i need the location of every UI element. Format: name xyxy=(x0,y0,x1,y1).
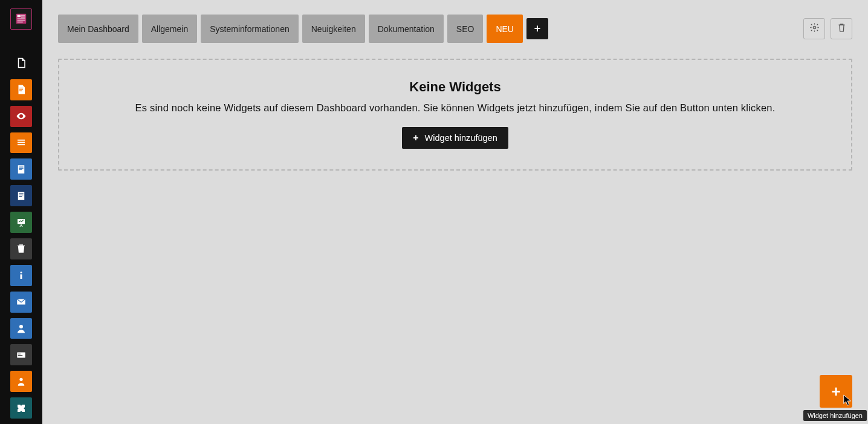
left-sidebar xyxy=(0,0,42,424)
svg-rect-1 xyxy=(18,15,21,18)
svg-rect-23 xyxy=(19,245,23,246)
plus-icon: + xyxy=(413,133,418,143)
svg-rect-5 xyxy=(18,20,25,21)
sidebar-item-document[interactable] xyxy=(10,79,32,100)
empty-dashboard-box: Keine Widgets Es sind noch keine Widgets… xyxy=(58,59,852,171)
card-icon xyxy=(16,350,27,360)
svg-point-33 xyxy=(813,26,815,28)
svg-rect-3 xyxy=(21,17,25,18)
tab-neuigkeiten[interactable]: Neuigkeiten xyxy=(302,15,365,43)
svg-rect-31 xyxy=(18,355,23,356)
page-icon xyxy=(16,164,27,175)
tab-mein-dashboard[interactable]: Mein Dashboard xyxy=(58,15,138,43)
app-logo[interactable] xyxy=(10,8,32,30)
file-outline-icon xyxy=(16,57,27,68)
add-widget-button[interactable]: + Widget hinzufügen xyxy=(402,127,508,149)
gear-icon xyxy=(809,22,820,35)
tab-dokumentation[interactable]: Dokumentation xyxy=(369,15,444,43)
sidebar-item-file-outline[interactable] xyxy=(10,53,32,74)
svg-point-10 xyxy=(21,116,22,117)
tab-systeminformationen[interactable]: Systeminformationen xyxy=(201,15,299,43)
settings-button[interactable] xyxy=(803,18,825,39)
svg-point-25 xyxy=(21,272,22,273)
dashboard-tabbar: Mein Dashboard Allgemein Systeminformati… xyxy=(42,0,868,43)
sidebar-item-puzzle[interactable] xyxy=(10,397,32,419)
svg-rect-15 xyxy=(19,166,24,167)
sidebar-item-trash[interactable] xyxy=(10,238,32,259)
document-icon xyxy=(16,84,27,95)
plus-icon: + xyxy=(534,22,541,35)
add-widget-label: Widget hinzufügen xyxy=(425,133,497,143)
user-icon xyxy=(16,323,27,334)
svg-rect-7 xyxy=(19,88,23,88)
sidebar-item-list[interactable] xyxy=(10,132,32,154)
fab-add-widget[interactable]: + xyxy=(820,375,852,408)
empty-title: Keine Widgets xyxy=(71,79,839,95)
tab-seo[interactable]: SEO xyxy=(447,15,484,43)
svg-rect-17 xyxy=(19,169,22,170)
plus-icon: + xyxy=(831,382,840,401)
presentation-icon xyxy=(16,217,27,228)
list-icon xyxy=(16,137,27,148)
svg-rect-9 xyxy=(19,91,22,91)
svg-rect-4 xyxy=(18,19,25,20)
sidebar-item-user[interactable] xyxy=(10,318,32,339)
top-right-actions xyxy=(803,18,852,39)
sidebar-item-page-darkblue[interactable] xyxy=(10,185,32,206)
svg-rect-24 xyxy=(18,246,25,246)
tab-allgemein[interactable]: Allgemein xyxy=(142,15,197,43)
sidebar-item-eye[interactable] xyxy=(10,106,32,127)
svg-rect-11 xyxy=(18,140,25,141)
svg-rect-13 xyxy=(18,144,25,145)
svg-rect-8 xyxy=(19,89,23,90)
svg-rect-19 xyxy=(19,193,24,194)
page-dark-icon xyxy=(16,191,27,201)
info-icon xyxy=(16,270,27,281)
sidebar-item-page-blue[interactable] xyxy=(10,158,32,180)
fab-tooltip: Widget hinzufügen xyxy=(803,410,867,421)
sidebar-item-info[interactable] xyxy=(10,265,32,286)
main-content: Mein Dashboard Allgemein Systeminformati… xyxy=(42,0,868,424)
svg-rect-2 xyxy=(21,15,25,16)
eye-icon xyxy=(16,111,27,122)
svg-rect-30 xyxy=(18,354,21,354)
sidebar-item-presentation[interactable] xyxy=(10,212,32,233)
person-icon xyxy=(16,376,27,387)
trash-icon xyxy=(837,22,847,35)
empty-description: Es sind noch keine Widgets auf diesem Da… xyxy=(71,102,839,114)
add-tab-button[interactable]: + xyxy=(526,18,548,39)
svg-rect-6 xyxy=(18,22,23,23)
mail-icon xyxy=(16,296,27,307)
svg-rect-26 xyxy=(21,275,22,279)
sidebar-item-mail[interactable] xyxy=(10,292,32,313)
tab-neu[interactable]: NEU xyxy=(487,15,523,43)
svg-rect-20 xyxy=(19,194,24,195)
puzzle-icon xyxy=(16,403,27,414)
delete-button[interactable] xyxy=(831,18,852,39)
sidebar-item-person-orange[interactable] xyxy=(10,371,32,392)
svg-rect-21 xyxy=(19,196,22,197)
svg-point-28 xyxy=(19,325,23,328)
trash-icon xyxy=(16,243,27,254)
sidebar-item-card[interactable] xyxy=(10,344,32,365)
svg-rect-12 xyxy=(18,142,25,143)
svg-point-32 xyxy=(19,377,22,380)
svg-rect-16 xyxy=(19,168,24,169)
